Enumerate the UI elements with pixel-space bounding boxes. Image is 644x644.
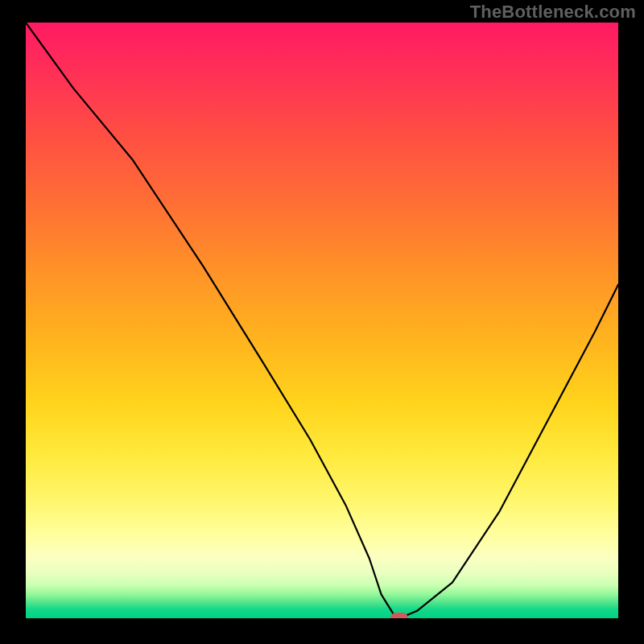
plot-area [26, 23, 618, 618]
optimal-point-marker [390, 613, 408, 618]
chart-frame: TheBottleneck.com [0, 0, 644, 644]
watermark-text: TheBottleneck.com [470, 2, 636, 23]
bottleneck-curve [26, 23, 618, 618]
